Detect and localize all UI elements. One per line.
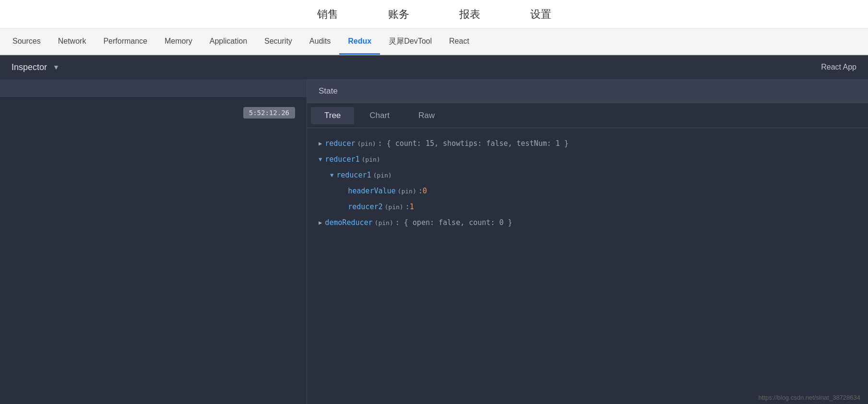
key-reducer1-outer: reducer1 xyxy=(325,153,359,166)
key-reducer2: reducer2 xyxy=(348,201,382,214)
key-demoreducer: demoReducer xyxy=(325,216,372,229)
top-menu-bar: 销售 账务 报表 设置 xyxy=(0,0,868,29)
toggle-headervalue: ▶ xyxy=(342,186,345,197)
tab-linghui-devtool[interactable]: 灵犀DevTool xyxy=(380,29,440,55)
toggle-reducer1-inner[interactable]: ▼ xyxy=(330,170,333,181)
devtools-tab-bar: Sources Network Performance Memory Appli… xyxy=(0,29,868,55)
tree-row-reducer: ▶ reducer (pin) : { count: 15, showtips:… xyxy=(319,136,856,152)
main-content: 5:52:12.26 State Tree Chart Raw ▶ reduce… xyxy=(0,79,868,404)
pin-headervalue: (pin) xyxy=(398,186,416,197)
value-reducer2: 1 xyxy=(410,201,414,214)
menu-item-sales[interactable]: 销售 xyxy=(311,3,344,25)
footer-url: https://blog.csdn.net/sinat_38728634 xyxy=(751,391,868,404)
tab-performance[interactable]: Performance xyxy=(95,29,156,55)
pin-reducer1-outer: (pin) xyxy=(361,154,380,165)
colon-reducer2: : xyxy=(405,201,410,214)
tab-redux[interactable]: Redux xyxy=(339,29,380,55)
key-headervalue: headerValue xyxy=(348,185,395,198)
tree-row-headervalue: ▶ headerValue (pin) : 0 xyxy=(319,183,856,199)
state-label: State xyxy=(319,86,338,96)
menu-item-reports[interactable]: 报表 xyxy=(453,3,486,25)
pin-reducer2: (pin) xyxy=(384,202,403,213)
state-header: State xyxy=(307,79,868,103)
menu-item-settings[interactable]: 设置 xyxy=(524,3,557,25)
react-app-label: React App xyxy=(821,63,856,71)
colon-headervalue: : xyxy=(418,185,423,198)
tree-row-reducer2: ▶ reducer2 (pin) : 1 xyxy=(319,199,856,215)
tab-sources[interactable]: Sources xyxy=(4,29,49,55)
tree-row-demoreducer: ▶ demoReducer (pin) : { open: false, cou… xyxy=(319,215,856,231)
tab-memory[interactable]: Memory xyxy=(156,29,201,55)
pin-reducer: (pin) xyxy=(357,138,376,149)
toggle-reducer2: ▶ xyxy=(342,202,345,213)
action-search-input[interactable] xyxy=(0,79,307,96)
inspector-header: Inspector ▼ React App xyxy=(0,55,868,79)
pin-reducer1-inner: (pin) xyxy=(373,170,392,181)
pin-demoreducer: (pin) xyxy=(375,217,393,228)
tab-security[interactable]: Security xyxy=(256,29,301,55)
view-tabs: Tree Chart Raw xyxy=(307,103,868,128)
tree-row-reducer1-inner: ▼ reducer1 (pin) xyxy=(319,167,856,183)
tab-application[interactable]: Application xyxy=(201,29,256,55)
tab-network[interactable]: Network xyxy=(49,29,95,55)
state-tree: ▶ reducer (pin) : { count: 15, showtips:… xyxy=(307,128,868,404)
toggle-reducer[interactable]: ▶ xyxy=(319,139,322,149)
inspector-title-group: Inspector ▼ xyxy=(12,62,59,72)
view-tab-chart[interactable]: Chart xyxy=(356,107,403,124)
view-tab-raw[interactable]: Raw xyxy=(405,107,448,124)
tree-row-reducer1-outer: ▼ reducer1 (pin) xyxy=(319,152,856,167)
panel-divider xyxy=(0,96,307,97)
right-panel: State Tree Chart Raw ▶ reducer (pin) : {… xyxy=(307,79,868,404)
view-tab-tree[interactable]: Tree xyxy=(311,107,354,124)
toggle-demoreducer[interactable]: ▶ xyxy=(319,218,322,228)
key-reducer: reducer xyxy=(325,137,355,150)
value-demoreducer: : { open: false, count: 0 } xyxy=(395,216,512,229)
value-headervalue: 0 xyxy=(423,185,427,198)
tab-react[interactable]: React xyxy=(440,29,478,55)
menu-item-accounting[interactable]: 账务 xyxy=(382,3,415,25)
inspector-label: Inspector xyxy=(12,62,47,72)
value-reducer: : { count: 15, showtips: false, testNum:… xyxy=(378,137,569,150)
tab-audits[interactable]: Audits xyxy=(301,29,339,55)
timestamp-badge: 5:52:12.26 xyxy=(243,107,295,119)
key-reducer1-inner: reducer1 xyxy=(336,169,371,182)
left-panel: 5:52:12.26 xyxy=(0,79,307,404)
toggle-reducer1-outer[interactable]: ▼ xyxy=(319,154,322,165)
chevron-down-icon[interactable]: ▼ xyxy=(53,63,59,71)
